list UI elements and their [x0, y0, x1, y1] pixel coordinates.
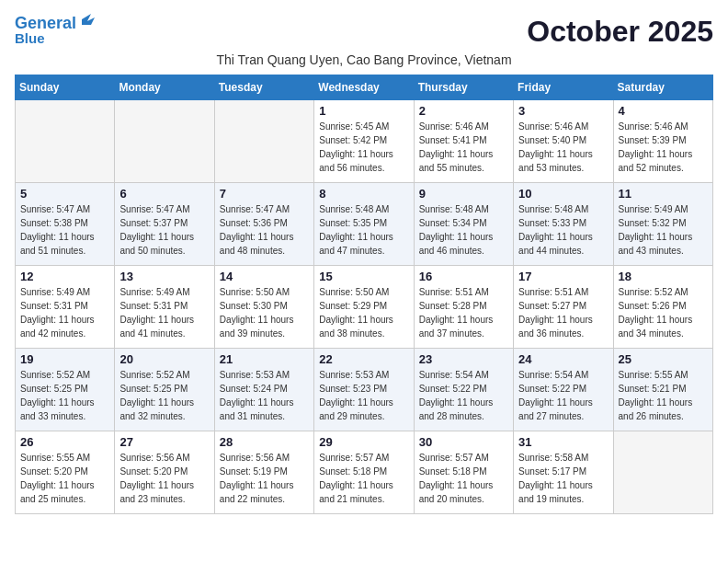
weekday-header-row: SundayMondayTuesdayWednesdayThursdayFrid… [16, 75, 713, 100]
day-info: Sunrise: 5:52 AMSunset: 5:26 PMDaylight:… [619, 285, 708, 340]
calendar-cell [16, 100, 115, 183]
calendar-cell: 3Sunrise: 5:46 AMSunset: 5:40 PMDaylight… [514, 100, 613, 183]
calendar-cell: 13Sunrise: 5:49 AMSunset: 5:31 PMDayligh… [115, 266, 214, 349]
calendar-cell: 26Sunrise: 5:55 AMSunset: 5:20 PMDayligh… [16, 431, 115, 514]
calendar-week-1: 1Sunrise: 5:45 AMSunset: 5:42 PMDaylight… [16, 100, 713, 183]
day-info: Sunrise: 5:48 AMSunset: 5:33 PMDaylight:… [518, 202, 608, 258]
weekday-header-tuesday: Tuesday [214, 75, 313, 100]
logo-line2: Blue [15, 31, 45, 45]
day-info: Sunrise: 5:52 AMSunset: 5:25 PMDaylight:… [119, 368, 209, 423]
day-info: Sunrise: 5:47 AMSunset: 5:38 PMDaylight:… [20, 202, 109, 258]
day-number: 24 [518, 352, 608, 366]
day-number: 22 [319, 352, 408, 366]
day-info: Sunrise: 5:50 AMSunset: 5:30 PMDaylight:… [220, 285, 309, 340]
calendar-subtitle: Thi Tran Quang Uyen, Cao Bang Province, … [15, 52, 713, 67]
calendar-cell: 6Sunrise: 5:47 AMSunset: 5:37 PMDaylight… [115, 183, 214, 266]
logo: General Blue [15, 15, 95, 45]
svg-marker-0 [82, 14, 95, 25]
calendar-cell: 1Sunrise: 5:45 AMSunset: 5:42 PMDaylight… [314, 100, 414, 183]
logo-icon [78, 12, 95, 29]
day-info: Sunrise: 5:57 AMSunset: 5:18 PMDaylight:… [419, 451, 508, 506]
day-number: 29 [319, 435, 408, 449]
day-info: Sunrise: 5:46 AMSunset: 5:41 PMDaylight:… [419, 120, 508, 175]
day-number: 27 [119, 435, 209, 449]
calendar-cell [613, 431, 712, 514]
calendar-cell: 19Sunrise: 5:52 AMSunset: 5:25 PMDayligh… [16, 349, 115, 431]
day-info: Sunrise: 5:50 AMSunset: 5:29 PMDaylight:… [319, 285, 408, 340]
calendar-cell: 28Sunrise: 5:56 AMSunset: 5:19 PMDayligh… [214, 431, 313, 514]
day-number: 7 [220, 187, 309, 201]
weekday-header-sunday: Sunday [16, 75, 115, 100]
calendar-table: SundayMondayTuesdayWednesdayThursdayFrid… [15, 75, 713, 514]
day-number: 9 [419, 187, 508, 201]
weekday-header-friday: Friday [514, 75, 613, 100]
calendar-cell: 15Sunrise: 5:50 AMSunset: 5:29 PMDayligh… [314, 266, 414, 349]
day-info: Sunrise: 5:47 AMSunset: 5:36 PMDaylight:… [220, 202, 309, 258]
day-info: Sunrise: 5:46 AMSunset: 5:40 PMDaylight:… [518, 120, 608, 175]
day-info: Sunrise: 5:54 AMSunset: 5:22 PMDaylight:… [518, 368, 608, 423]
day-info: Sunrise: 5:45 AMSunset: 5:42 PMDaylight:… [319, 120, 408, 175]
day-info: Sunrise: 5:51 AMSunset: 5:28 PMDaylight:… [419, 285, 508, 340]
weekday-header-monday: Monday [115, 75, 214, 100]
calendar-week-2: 5Sunrise: 5:47 AMSunset: 5:38 PMDaylight… [16, 183, 713, 266]
calendar-cell: 23Sunrise: 5:54 AMSunset: 5:22 PMDayligh… [414, 349, 513, 431]
calendar-cell: 25Sunrise: 5:55 AMSunset: 5:21 PMDayligh… [613, 349, 712, 431]
day-number: 2 [419, 104, 508, 118]
day-info: Sunrise: 5:47 AMSunset: 5:37 PMDaylight:… [119, 202, 209, 258]
day-info: Sunrise: 5:49 AMSunset: 5:32 PMDaylight:… [619, 202, 708, 258]
day-number: 8 [319, 187, 408, 201]
day-number: 20 [119, 352, 209, 366]
calendar-cell: 9Sunrise: 5:48 AMSunset: 5:34 PMDaylight… [414, 183, 513, 266]
logo-line1: General [15, 14, 76, 32]
day-number: 31 [518, 435, 608, 449]
day-number: 11 [619, 187, 708, 201]
day-info: Sunrise: 5:49 AMSunset: 5:31 PMDaylight:… [119, 285, 209, 340]
day-info: Sunrise: 5:53 AMSunset: 5:24 PMDaylight:… [220, 368, 309, 423]
day-number: 28 [220, 435, 309, 449]
weekday-header-wednesday: Wednesday [314, 75, 414, 100]
day-number: 17 [518, 270, 608, 283]
calendar-cell: 14Sunrise: 5:50 AMSunset: 5:30 PMDayligh… [214, 266, 313, 349]
day-info: Sunrise: 5:58 AMSunset: 5:17 PMDaylight:… [518, 451, 608, 506]
calendar-cell: 20Sunrise: 5:52 AMSunset: 5:25 PMDayligh… [115, 349, 214, 431]
day-number: 4 [619, 104, 708, 118]
day-number: 13 [119, 270, 209, 283]
calendar-cell [214, 100, 313, 183]
calendar-cell: 18Sunrise: 5:52 AMSunset: 5:26 PMDayligh… [613, 266, 712, 349]
calendar-cell: 22Sunrise: 5:53 AMSunset: 5:23 PMDayligh… [314, 349, 414, 431]
day-info: Sunrise: 5:52 AMSunset: 5:25 PMDaylight:… [20, 368, 109, 423]
day-info: Sunrise: 5:48 AMSunset: 5:34 PMDaylight:… [419, 202, 508, 258]
day-info: Sunrise: 5:49 AMSunset: 5:31 PMDaylight:… [20, 285, 109, 340]
day-info: Sunrise: 5:54 AMSunset: 5:22 PMDaylight:… [419, 368, 508, 423]
day-number: 3 [518, 104, 608, 118]
day-info: Sunrise: 5:57 AMSunset: 5:18 PMDaylight:… [319, 451, 408, 506]
day-number: 12 [20, 270, 109, 283]
day-number: 26 [20, 435, 109, 449]
day-number: 23 [419, 352, 508, 366]
calendar-cell: 2Sunrise: 5:46 AMSunset: 5:41 PMDaylight… [414, 100, 513, 183]
day-info: Sunrise: 5:56 AMSunset: 5:19 PMDaylight:… [220, 451, 309, 506]
weekday-header-saturday: Saturday [613, 75, 712, 100]
weekday-header-thursday: Thursday [414, 75, 513, 100]
calendar-cell: 12Sunrise: 5:49 AMSunset: 5:31 PMDayligh… [16, 266, 115, 349]
calendar-cell: 29Sunrise: 5:57 AMSunset: 5:18 PMDayligh… [314, 431, 414, 514]
day-number: 21 [220, 352, 309, 366]
calendar-title: October 2025 [527, 15, 713, 49]
day-number: 6 [119, 187, 209, 201]
calendar-cell: 10Sunrise: 5:48 AMSunset: 5:33 PMDayligh… [514, 183, 613, 266]
logo-text: General [15, 15, 76, 31]
calendar-cell: 5Sunrise: 5:47 AMSunset: 5:38 PMDaylight… [16, 183, 115, 266]
day-number: 16 [419, 270, 508, 283]
calendar-week-4: 19Sunrise: 5:52 AMSunset: 5:25 PMDayligh… [16, 349, 713, 431]
day-number: 25 [619, 352, 708, 366]
calendar-cell: 30Sunrise: 5:57 AMSunset: 5:18 PMDayligh… [414, 431, 513, 514]
day-number: 19 [20, 352, 109, 366]
calendar-cell: 17Sunrise: 5:51 AMSunset: 5:27 PMDayligh… [514, 266, 613, 349]
calendar-cell: 7Sunrise: 5:47 AMSunset: 5:36 PMDaylight… [214, 183, 313, 266]
day-number: 1 [319, 104, 408, 118]
calendar-cell: 24Sunrise: 5:54 AMSunset: 5:22 PMDayligh… [514, 349, 613, 431]
day-number: 18 [619, 270, 708, 283]
day-number: 10 [518, 187, 608, 201]
day-info: Sunrise: 5:51 AMSunset: 5:27 PMDaylight:… [518, 285, 608, 340]
day-info: Sunrise: 5:48 AMSunset: 5:35 PMDaylight:… [319, 202, 408, 258]
